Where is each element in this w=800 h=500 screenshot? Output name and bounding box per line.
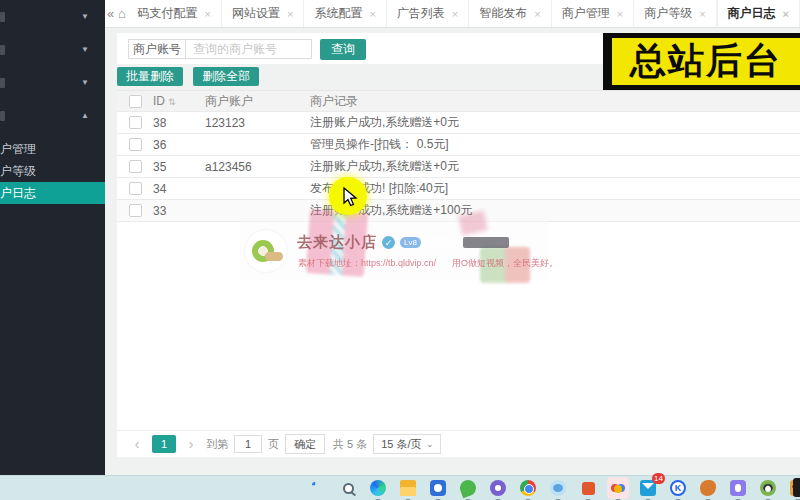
brown-app-icon[interactable]	[697, 477, 719, 499]
sidebar-group-item[interactable]: ▼	[0, 0, 105, 33]
material-url-text: 素材下载地址：https://tb.qldvip.cn/	[298, 258, 436, 268]
mail-app-icon[interactable]: 14	[637, 477, 659, 499]
next-page-button[interactable]: ›	[182, 435, 200, 453]
close-tab-icon[interactable]: ×	[369, 8, 375, 20]
page-tab[interactable]: 商户日志 ×	[717, 0, 800, 27]
purple-app-icon[interactable]	[487, 477, 509, 499]
app-glyph	[343, 483, 354, 494]
tab-label: 广告列表	[397, 5, 445, 22]
verified-icon: ✓	[382, 236, 395, 249]
row-checkbox[interactable]	[129, 116, 142, 129]
cell-record: 发布广告成功! [扣除:40元]	[310, 180, 800, 197]
close-tab-icon[interactable]: ×	[783, 8, 789, 20]
table-row: 38 123123 注册账户成功,系统赠送+0元	[117, 112, 800, 134]
page-tab[interactable]: 商户等级 ×	[634, 0, 716, 27]
chrome-browser-icon[interactable]	[517, 477, 539, 499]
purple-square-app-icon[interactable]	[727, 477, 749, 499]
row-checkbox[interactable]	[129, 182, 142, 195]
taskbar-edge-app-partial[interactable]	[793, 478, 800, 497]
sort-icon[interactable]: ⇅	[168, 97, 176, 107]
cell-id: 34	[153, 182, 205, 196]
sidebar-submenu-label: 户等级	[0, 163, 36, 180]
level-badge: Lv8	[400, 237, 421, 248]
start-button[interactable]	[307, 477, 329, 499]
lightblue-app-icon[interactable]	[547, 477, 569, 499]
table-row: 34 发布广告成功! [扣除:40元]	[117, 178, 800, 200]
sidebar-group-item[interactable]: ▼	[0, 66, 105, 99]
close-tab-icon[interactable]: ×	[699, 8, 705, 20]
cell-id: 35	[153, 160, 205, 174]
query-button[interactable]: 查询	[320, 39, 366, 60]
page-size-select[interactable]: 15 条/页 ⌄	[373, 434, 441, 454]
k-app-icon[interactable]: K	[667, 477, 689, 499]
page-tab[interactable]: 智能发布 ×	[469, 0, 551, 27]
app-glyph	[400, 480, 416, 496]
sidebar-submenu-label: 户管理	[0, 141, 36, 158]
current-page-button[interactable]: 1	[152, 435, 176, 453]
colorful-app-icon-active[interactable]	[607, 477, 629, 499]
chevron-icon: ▼	[81, 78, 89, 87]
delete-all-button[interactable]: 删除全部	[193, 67, 259, 86]
home-tab-icon[interactable]: ⌂	[116, 0, 127, 27]
row-checkbox[interactable]	[129, 160, 142, 173]
prev-page-button[interactable]: ‹	[128, 435, 146, 453]
chevron-icon: ▲	[81, 111, 89, 120]
close-tab-icon[interactable]: ×	[287, 8, 293, 20]
edge-browser-icon[interactable]	[367, 477, 389, 499]
app-glyph	[550, 480, 566, 496]
merchant-account-input[interactable]	[185, 39, 312, 59]
tab-label: 码支付配置	[138, 5, 198, 22]
app-glyph	[700, 480, 716, 496]
close-tab-icon[interactable]: ×	[534, 8, 540, 20]
total-count-label: 共 5 条	[333, 437, 367, 452]
sidebar-group-item[interactable]: ▲	[0, 99, 105, 132]
sidebar-group-item[interactable]: ▼	[0, 33, 105, 66]
gift-box-graphic	[458, 211, 488, 236]
batch-delete-button[interactable]: 批量删除	[117, 67, 183, 86]
goto-confirm-button[interactable]: 确定	[285, 434, 325, 454]
table-action-row: 批量删除 删除全部	[117, 67, 266, 87]
page-tab[interactable]: 码支付配置 ×	[128, 0, 222, 27]
tab-bar: « ⌂ 码支付配置 × 网站设置 × 系统配置 × 广告列表 × 智能发	[105, 0, 800, 28]
tab-label: 商户日志	[728, 5, 776, 22]
orange-app-icon[interactable]	[577, 477, 599, 499]
backend-banner-inner: 总站后台	[612, 38, 800, 85]
green-app-icon[interactable]	[457, 477, 479, 499]
cell-account: 123123	[205, 116, 310, 130]
dark-badge	[463, 237, 509, 248]
collapse-tabs-icon[interactable]: «	[105, 0, 116, 27]
slogan-text: 用O做短视频，全民美好。	[452, 258, 558, 268]
watermark-caption: 素材下载地址：https://tb.qldvip.cn/用O做短视频，全民美好。	[298, 257, 558, 270]
row-checkbox[interactable]	[129, 204, 142, 217]
page-tab[interactable]: 商户管理 ×	[552, 0, 634, 27]
select-all-checkbox[interactable]	[129, 95, 142, 108]
row-checkbox[interactable]	[129, 138, 142, 151]
sidebar-item-text-fragment	[0, 45, 5, 55]
app-glyph	[458, 478, 479, 499]
chevron-down-icon: ⌄	[427, 440, 434, 449]
sidebar-submenu-item[interactable]: 户等级	[0, 160, 105, 182]
page-tab[interactable]: 广告列表 ×	[387, 0, 469, 27]
sidebar: ▼ ▼ ▼ ▲ 户管理 户等	[0, 0, 105, 475]
video-watermark-overlay: 去来达小店 ✓ Lv8 素材下载地址：https://tb.qldvip.cn/…	[240, 221, 548, 280]
close-tab-icon[interactable]: ×	[617, 8, 623, 20]
blue-shield-app-icon[interactable]	[427, 477, 449, 499]
goto-page-input[interactable]	[234, 435, 262, 453]
page-tab[interactable]: 网站设置 ×	[222, 0, 304, 27]
header-id[interactable]: ID⇅	[153, 94, 205, 108]
close-tab-icon[interactable]: ×	[452, 8, 458, 20]
tab-label: 商户等级	[644, 5, 692, 22]
search-icon[interactable]	[337, 477, 359, 499]
pagination-bar: ‹ 1 › 到第 页 确定 共 5 条 15 条/页 ⌄	[117, 430, 800, 457]
sidebar-submenu-item[interactable]: 户日志	[0, 182, 105, 204]
row-checkbox-cell	[117, 204, 153, 217]
page-tab[interactable]: 系统配置 ×	[304, 0, 386, 27]
cell-id: 36	[153, 138, 205, 152]
panda-app-icon[interactable]	[757, 477, 779, 499]
close-tab-icon[interactable]: ×	[205, 8, 211, 20]
goto-label: 到第	[206, 437, 228, 452]
row-checkbox-cell	[117, 160, 153, 173]
sidebar-submenu-item[interactable]: 户管理	[0, 138, 105, 160]
sidebar-item-text-fragment	[0, 111, 5, 121]
file-explorer-icon[interactable]	[397, 477, 419, 499]
